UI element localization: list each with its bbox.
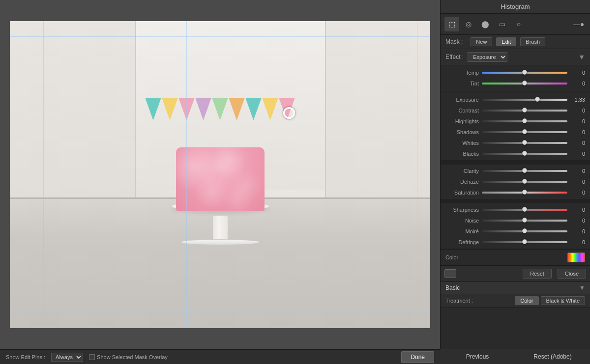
highlights-slider[interactable] [482, 120, 567, 123]
saturation-slider-row: Saturation 0 [441, 187, 590, 198]
show-edit-pins-select[interactable]: Always [51, 353, 83, 362]
done-button[interactable]: Done [401, 351, 434, 363]
defringe-value: 0 [570, 239, 585, 245]
tint-value: 0 [570, 81, 585, 86]
thumbnail-icon [444, 269, 456, 278]
highlights-label: Highlights [445, 118, 479, 124]
noise-label: Noise [445, 218, 479, 224]
highlights-value: 0 [570, 118, 585, 124]
temp-slider[interactable] [482, 71, 567, 74]
moire-value: 0 [570, 228, 585, 234]
radial-tool-icon[interactable]: ◎ [461, 17, 476, 31]
sharpness-slider[interactable] [482, 208, 567, 211]
bottom-bar: Show Edit Pins : Always Show Selected Ma… [0, 349, 590, 364]
mask-pin[interactable] [283, 107, 295, 119]
whites-value: 0 [570, 140, 585, 146]
contrast-slider[interactable] [482, 109, 567, 112]
clarity-value: 0 [570, 168, 585, 174]
color-row: Color [441, 249, 590, 265]
color-label: Color [445, 254, 458, 260]
tint-slider[interactable] [482, 82, 567, 85]
show-edit-pins-label: Show Edit Pins : [6, 354, 45, 360]
circle-tool-icon[interactable]: ⬤ [478, 17, 493, 31]
tool-icons-row: ⬚ ◎ ⬤ ▭ ○ —● [441, 14, 590, 35]
tint-label: Tint [445, 81, 479, 86]
blacks-slider[interactable] [482, 152, 567, 155]
temp-label: Temp [445, 70, 479, 76]
contrast-label: Contrast [445, 108, 479, 113]
reset-adobe-button[interactable]: Reset (Adobe) [515, 349, 590, 364]
whites-label: Whites [445, 140, 479, 146]
adjustments-panel: Exposure 1.33 Contrast 0 Hig [441, 91, 590, 349]
mask-brush-button[interactable]: Brush [520, 37, 545, 46]
clarity-slider-row: Clarity 0 [441, 166, 590, 176]
dehaze-value: 0 [570, 179, 585, 185]
saturation-value: 0 [570, 190, 585, 196]
shadows-slider[interactable] [482, 131, 567, 134]
effect-arrow-icon: ▼ [578, 53, 585, 61]
selection-tool-icon[interactable]: ⬚ [444, 17, 459, 31]
shadows-label: Shadows [445, 129, 479, 135]
mask-label: Mask : [445, 38, 463, 45]
exposure-label: Exposure [445, 97, 479, 103]
moire-slider[interactable] [482, 230, 567, 233]
overlay-label: Show Selected Mask Overlay [97, 354, 168, 360]
noise-slider[interactable] [482, 219, 567, 222]
whites-slider-row: Whites 0 [441, 138, 590, 148]
effect-label: Effect : [445, 54, 464, 60]
shadows-value: 0 [570, 129, 585, 135]
treatment-row: Treatment : Color Black & White [441, 294, 590, 308]
shadows-slider-row: Shadows 0 [441, 127, 590, 138]
defringe-label: Defringe [445, 239, 479, 245]
effect-select[interactable]: Exposure [468, 52, 507, 62]
dehaze-label: Dehaze [445, 179, 479, 185]
tint-slider-row: Tint 0 [445, 78, 585, 89]
reset-close-row: Reset Close [441, 265, 590, 281]
histogram-header: Histogram [441, 0, 590, 14]
sharpness-slider-row: Sharpness 0 [441, 204, 590, 215]
reset-button[interactable]: Reset [523, 269, 552, 279]
color-swatch-icon[interactable] [567, 252, 585, 262]
close-button[interactable]: Close [558, 269, 586, 279]
contrast-value: 0 [570, 108, 585, 113]
temp-tint-area: Temp 0 Tint 0 [441, 65, 590, 91]
whites-slider[interactable] [482, 141, 567, 144]
highlights-slider-row: Highlights 0 [441, 116, 590, 127]
treatment-label: Treatment : [445, 298, 473, 304]
bottom-navigation: Previous Reset (Adobe) [440, 349, 590, 364]
ellipse-tool-icon[interactable]: ○ [511, 17, 526, 31]
defringe-slider-row: Defringe 0 [441, 237, 590, 248]
previous-button[interactable]: Previous [440, 349, 515, 364]
clarity-slider[interactable] [482, 169, 567, 172]
basic-label: Basic [445, 284, 460, 291]
mask-edit-button[interactable]: Edit [496, 37, 516, 46]
dehaze-slider[interactable] [482, 180, 567, 183]
photo-container [10, 21, 430, 328]
effect-row: Effect : Exposure ▼ [441, 49, 590, 65]
basic-arrow-icon: ▼ [579, 284, 585, 291]
clarity-label: Clarity [445, 168, 479, 174]
sharpness-label: Sharpness [445, 207, 479, 213]
settings-tool-icon[interactable]: —● [571, 17, 586, 31]
saturation-slider[interactable] [482, 191, 567, 194]
moire-label: Moiré [445, 228, 479, 234]
blacks-slider-row: Blacks 0 [441, 148, 590, 159]
mask-new-button[interactable]: New [471, 37, 492, 46]
treatment-bw-button[interactable]: Black & White [541, 296, 585, 305]
photo-image [10, 21, 430, 328]
basic-section-header[interactable]: Basic ▼ [441, 281, 590, 294]
temp-slider-row: Temp 0 [445, 67, 585, 78]
histogram-title: Histogram [501, 3, 530, 10]
right-panel: Histogram ⬚ ◎ ⬤ ▭ ○ —● Mask : New Edit B… [440, 0, 590, 349]
exposure-slider[interactable] [482, 98, 567, 101]
exposure-slider-row: Exposure 1.33 [441, 94, 590, 105]
defringe-slider[interactable] [482, 241, 567, 244]
overlay-checkbox[interactable] [89, 354, 95, 360]
rect-tool-icon[interactable]: ▭ [495, 17, 509, 31]
treatment-color-button[interactable]: Color [515, 296, 538, 305]
sharpness-value: 0 [570, 207, 585, 213]
moire-slider-row: Moiré 0 [441, 226, 590, 237]
mask-row: Mask : New Edit Brush [441, 35, 590, 49]
noise-slider-row: Noise 0 [441, 215, 590, 226]
noise-value: 0 [570, 218, 585, 224]
